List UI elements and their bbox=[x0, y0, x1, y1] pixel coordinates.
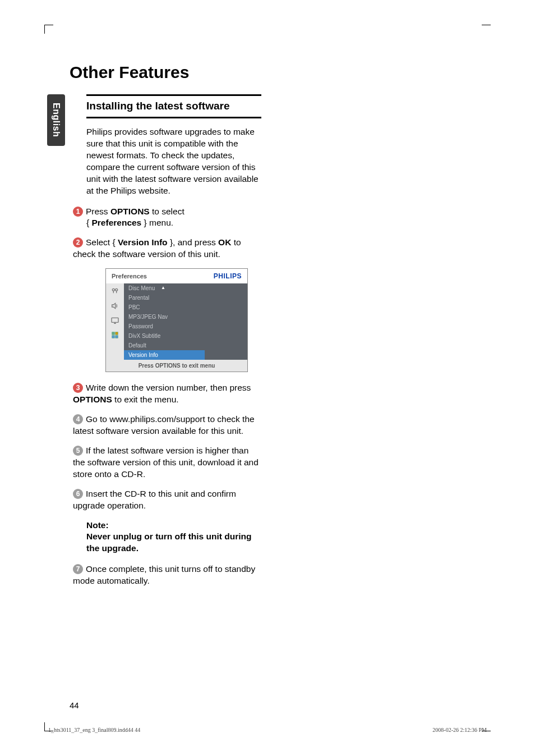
settings-icon bbox=[110, 287, 119, 296]
step-badge-6: 6 bbox=[73, 489, 83, 499]
svg-rect-2 bbox=[112, 318, 118, 323]
menu-item-divx: DivX Subtitle bbox=[124, 331, 205, 341]
menu-item-disc-menu: Disc Menu▲ bbox=[124, 283, 205, 293]
svg-rect-4 bbox=[116, 332, 118, 335]
step-badge-5: 5 bbox=[73, 446, 83, 456]
language-label: English bbox=[51, 103, 61, 137]
step-4-text: Go to www.philips.com/support to check t… bbox=[73, 414, 255, 436]
grid-icon bbox=[110, 331, 119, 340]
step-2: 2Select { Version Info }, and press OK t… bbox=[73, 237, 261, 260]
menu-item-list: Disc Menu▲ Parental PBC MP3/JPEG Nav Pas… bbox=[124, 283, 205, 360]
step-1: 1Press OPTIONS to select { Preferences }… bbox=[73, 206, 261, 230]
menu-item-pbc: PBC bbox=[124, 303, 205, 312]
step-6: 6Insert the CD-R to this unit and confir… bbox=[73, 488, 261, 512]
step-6-text: Insert the CD-R to this unit and confirm… bbox=[73, 489, 236, 510]
step-5: 5If the latest software version is highe… bbox=[73, 445, 261, 480]
step-1-line2: { Preferences } menu. bbox=[73, 217, 261, 229]
intro-paragraph: Philips provides software upgrades to ma… bbox=[86, 126, 261, 197]
step-1-text: Press OPTIONS to select bbox=[86, 207, 185, 216]
menu-item-mp3jpeg: MP3/JPEG Nav bbox=[124, 312, 205, 322]
step-badge-1: 1 bbox=[73, 207, 83, 217]
monitor-icon bbox=[110, 316, 119, 325]
menu-item-default: Default bbox=[124, 341, 205, 350]
note-block: Note: Never unplug or turn off this unit… bbox=[86, 520, 261, 555]
svg-point-1 bbox=[116, 289, 118, 291]
svg-rect-5 bbox=[112, 336, 115, 338]
note-label: Note: bbox=[86, 520, 109, 530]
step-3-text: Write down the version number, then pres… bbox=[73, 383, 251, 404]
page-number: 44 bbox=[70, 700, 79, 710]
footer-right: 2008-02-26 2:12:36 PM bbox=[432, 727, 487, 733]
menu-value-column bbox=[205, 283, 247, 360]
menu-footer: Press OPTIONS to exit menu bbox=[106, 360, 247, 372]
menu-header: Preferences PHILIPS bbox=[106, 269, 247, 283]
step-7-text: Once complete, this unit turns off to st… bbox=[73, 564, 255, 585]
crop-mark-tr bbox=[482, 25, 491, 34]
note-body: Never unplug or turn off this unit durin… bbox=[86, 532, 251, 553]
menu-item-password: Password bbox=[124, 322, 205, 331]
svg-point-0 bbox=[112, 289, 114, 291]
menu-item-parental: Parental bbox=[124, 293, 205, 303]
menu-title: Preferences bbox=[112, 273, 147, 280]
preferences-menu-screenshot: Preferences PHILIPS Disc Menu▲ Parental … bbox=[105, 268, 248, 372]
step-3: 3Write down the version number, then pre… bbox=[73, 382, 261, 406]
step-badge-7: 7 bbox=[73, 564, 83, 574]
up-arrow-icon: ▲ bbox=[161, 285, 165, 290]
page-title: Other Features bbox=[70, 63, 485, 82]
speaker-icon bbox=[110, 301, 119, 310]
crop-mark-tl bbox=[44, 25, 53, 34]
section-heading: Installing the latest software bbox=[86, 94, 261, 118]
svg-rect-6 bbox=[116, 336, 118, 338]
step-7: 7Once complete, this unit turns off to s… bbox=[73, 563, 261, 587]
footer-left: 1_hts3011_37_eng 3_final809.indd44 44 bbox=[48, 727, 140, 733]
step-2-text: Select { Version Info }, and press OK to… bbox=[73, 237, 241, 259]
step-5-text: If the latest software version is higher… bbox=[73, 446, 259, 479]
left-column: Installing the latest software Philips p… bbox=[86, 94, 261, 587]
menu-item-version-info: Version Info bbox=[124, 350, 205, 360]
language-tab: English bbox=[47, 94, 65, 146]
svg-rect-3 bbox=[112, 332, 115, 335]
menu-body: Disc Menu▲ Parental PBC MP3/JPEG Nav Pas… bbox=[106, 283, 247, 360]
step-badge-4: 4 bbox=[73, 414, 83, 424]
menu-icon-column bbox=[106, 283, 124, 360]
menu-brand: PHILIPS bbox=[214, 272, 242, 280]
step-4: 4Go to www.philips.com/support to check … bbox=[73, 414, 261, 437]
page-content: Other Features Installing the latest sof… bbox=[70, 63, 485, 595]
step-badge-2: 2 bbox=[73, 237, 83, 248]
step-badge-3: 3 bbox=[73, 383, 83, 393]
